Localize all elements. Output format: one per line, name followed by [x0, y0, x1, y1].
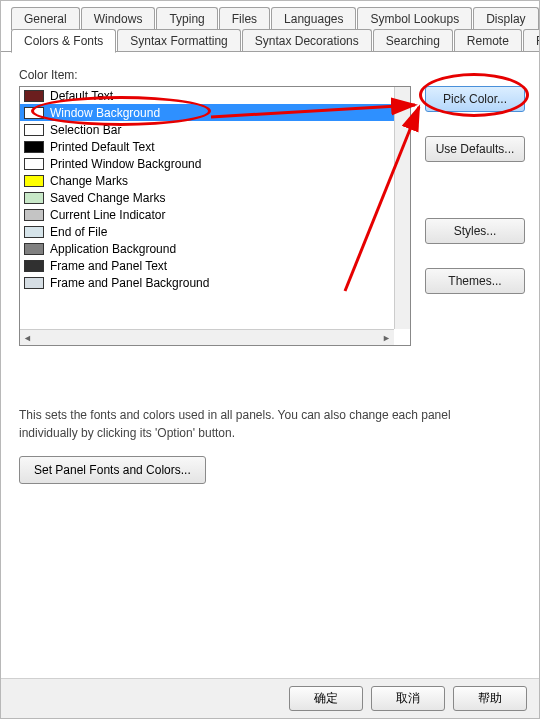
- tab-languages[interactable]: Languages: [271, 7, 356, 30]
- list-item[interactable]: Change Marks: [20, 172, 394, 189]
- color-swatch: [24, 141, 44, 153]
- list-item-label: Window Background: [50, 106, 160, 120]
- color-swatch: [24, 90, 44, 102]
- list-item[interactable]: End of File: [20, 223, 394, 240]
- list-item[interactable]: Application Background: [20, 240, 394, 257]
- horizontal-scrollbar[interactable]: ◄ ►: [20, 329, 394, 345]
- color-swatch: [24, 260, 44, 272]
- list-item-label: Printed Default Text: [50, 140, 155, 154]
- color-swatch: [24, 124, 44, 136]
- tab-general[interactable]: General: [11, 7, 80, 30]
- list-item[interactable]: Current Line Indicator: [20, 206, 394, 223]
- themes-button[interactable]: Themes...: [425, 268, 525, 294]
- tab-windows[interactable]: Windows: [81, 7, 156, 30]
- tab-row-2: Colors & FontsSyntax FormattingSyntax De…: [11, 29, 539, 52]
- list-item[interactable]: Saved Change Marks: [20, 189, 394, 206]
- list-item[interactable]: Frame and Panel Text: [20, 257, 394, 274]
- list-item[interactable]: Printed Window Background: [20, 155, 394, 172]
- list-item-label: End of File: [50, 225, 107, 239]
- scroll-left-icon[interactable]: ◄: [20, 330, 35, 345]
- tab-display[interactable]: Display: [473, 7, 538, 30]
- list-item[interactable]: Frame and Panel Background: [20, 274, 394, 291]
- color-swatch: [24, 192, 44, 204]
- tabs-container: GeneralWindowsTypingFilesLanguagesSymbol…: [1, 1, 539, 52]
- tab-typing[interactable]: Typing: [156, 7, 217, 30]
- list-item-label: Change Marks: [50, 174, 128, 188]
- styles-button[interactable]: Styles...: [425, 218, 525, 244]
- description-text: This sets the fonts and colors used in a…: [19, 406, 489, 442]
- color-swatch: [24, 277, 44, 289]
- use-defaults-button[interactable]: Use Defaults...: [425, 136, 525, 162]
- cancel-button[interactable]: 取消: [371, 686, 445, 711]
- pick-color-button[interactable]: Pick Color...: [425, 86, 525, 112]
- color-swatch: [24, 243, 44, 255]
- list-item-label: Current Line Indicator: [50, 208, 165, 222]
- ok-button[interactable]: 确定: [289, 686, 363, 711]
- scroll-right-icon[interactable]: ►: [379, 330, 394, 345]
- tab-row-1: GeneralWindowsTypingFilesLanguagesSymbol…: [11, 7, 539, 30]
- tab-files[interactable]: Files: [219, 7, 270, 30]
- list-item-label: Selection Bar: [50, 123, 121, 137]
- tab-searching[interactable]: Searching: [373, 29, 453, 52]
- color-item-label: Color Item:: [19, 68, 525, 82]
- tab-content: Color Item: Default TextWindow Backgroun…: [1, 51, 539, 661]
- list-item-label: Application Background: [50, 242, 176, 256]
- list-item-label: Frame and Panel Text: [50, 259, 167, 273]
- color-swatch: [24, 107, 44, 119]
- color-swatch: [24, 226, 44, 238]
- color-swatch: [24, 209, 44, 221]
- bottom-button-bar: 确定 取消 帮助: [1, 678, 539, 718]
- color-swatch: [24, 158, 44, 170]
- tab-syntax-formatting[interactable]: Syntax Formatting: [117, 29, 240, 52]
- list-item[interactable]: Window Background: [20, 104, 394, 121]
- tab-syntax-decorations[interactable]: Syntax Decorations: [242, 29, 372, 52]
- vertical-scrollbar[interactable]: [394, 87, 410, 329]
- color-swatch: [24, 175, 44, 187]
- help-button[interactable]: 帮助: [453, 686, 527, 711]
- color-item-listbox[interactable]: Default TextWindow BackgroundSelection B…: [19, 86, 411, 346]
- list-item-label: Saved Change Marks: [50, 191, 165, 205]
- tab-symbol-lookups[interactable]: Symbol Lookups: [357, 7, 472, 30]
- list-item[interactable]: Selection Bar: [20, 121, 394, 138]
- side-buttons: Pick Color... Use Defaults... Styles... …: [425, 86, 525, 346]
- tab-colors-fonts[interactable]: Colors & Fonts: [11, 29, 116, 53]
- list-item-label: Printed Window Background: [50, 157, 201, 171]
- set-panel-fonts-button[interactable]: Set Panel Fonts and Colors...: [19, 456, 206, 484]
- tab-folders[interactable]: Folders: [523, 29, 540, 52]
- list-item-label: Default Text: [50, 89, 113, 103]
- list-item-label: Frame and Panel Background: [50, 276, 209, 290]
- list-item[interactable]: Default Text: [20, 87, 394, 104]
- tab-remote[interactable]: Remote: [454, 29, 522, 52]
- list-item[interactable]: Printed Default Text: [20, 138, 394, 155]
